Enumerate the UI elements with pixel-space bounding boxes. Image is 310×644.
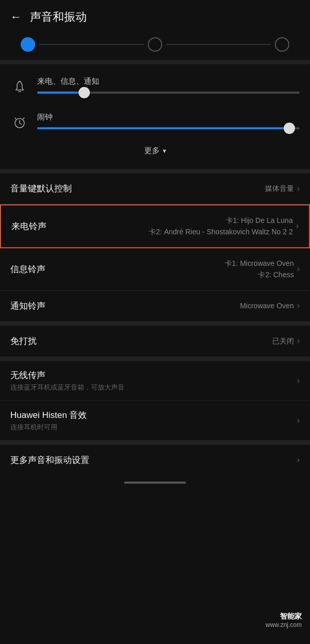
notification-tone-row[interactable]: 通知铃声 Microwave Oven › bbox=[0, 291, 310, 322]
volume-ringtone-label: 来电、信息、通知 bbox=[37, 77, 300, 86]
ringtone-right: 卡1: Hijo De La Luna 卡2: André Rieu - Sho… bbox=[149, 215, 299, 238]
more-sound-row[interactable]: 更多声音和振动设置 › bbox=[0, 445, 310, 475]
tab-divider-1 bbox=[39, 44, 144, 45]
ringtone-value-line2: 卡2: André Rieu - Shostakovich Waltz No 2… bbox=[149, 226, 293, 237]
volume-default-label: 音量键默认控制 bbox=[10, 183, 72, 194]
watermark-logo: 智能家 bbox=[266, 612, 302, 621]
volume-default-row[interactable]: 音量键默认控制 媒体音量 › bbox=[0, 173, 310, 204]
dnd-label: 免打扰 bbox=[10, 335, 37, 347]
slider-thumb-alarm[interactable] bbox=[284, 123, 295, 134]
ringtone-value-line1: 卡1: Hijo De La Luna bbox=[226, 215, 293, 226]
ringtone-value: 卡1: Hijo De La Luna 卡2: André Rieu - Sho… bbox=[149, 215, 293, 238]
message-tone-value: 卡1: Microwave Oven 卡2: Chess bbox=[225, 258, 294, 281]
chevron-right-icon-2: › bbox=[297, 264, 300, 274]
wireless-sound-title: 无线传声 bbox=[10, 369, 297, 381]
chevron-down-icon: ▾ bbox=[163, 147, 166, 155]
bottom-nav bbox=[0, 475, 310, 488]
tab-3[interactable] bbox=[275, 37, 289, 52]
svg-point-0 bbox=[19, 81, 20, 82]
histen-content: Huawei Histen 音效 连接耳机时可用 bbox=[10, 409, 297, 432]
tab-row bbox=[0, 32, 310, 60]
histen-row[interactable]: Huawei Histen 音效 连接耳机时可用 › bbox=[0, 401, 310, 441]
chevron-right-icon-more: › bbox=[297, 455, 300, 465]
wireless-sound-subtitle: 连接蓝牙耳机或蓝牙音箱，可放大声音 bbox=[10, 383, 297, 392]
wireless-sound-content: 无线传声 连接蓝牙耳机或蓝牙音箱，可放大声音 bbox=[10, 369, 297, 392]
histen-subtitle: 连接耳机时可用 bbox=[10, 423, 297, 432]
slider-fill-alarm bbox=[37, 127, 289, 129]
volume-default-right: 媒体音量 › bbox=[265, 183, 300, 194]
dnd-row[interactable]: 免打扰 已关闭 › bbox=[0, 326, 310, 357]
ringtone-label: 来电铃声 bbox=[11, 220, 47, 232]
chevron-right-icon-0: › bbox=[297, 184, 300, 193]
message-tone-row[interactable]: 信息铃声 卡1: Microwave Oven 卡2: Chess › bbox=[0, 248, 310, 291]
ringtone-row[interactable]: 来电铃声 卡1: Hijo De La Luna 卡2: André Rieu … bbox=[0, 204, 310, 248]
chevron-right-icon-1: › bbox=[296, 221, 299, 231]
volume-default-value: 媒体音量 bbox=[265, 183, 294, 194]
volume-alarm-label: 闹钟 bbox=[37, 112, 300, 122]
message-tone-label: 信息铃声 bbox=[10, 263, 45, 275]
volume-ringtone-slider[interactable] bbox=[37, 92, 300, 94]
message-tone-value-line1: 卡1: Microwave Oven bbox=[225, 258, 294, 269]
settings-section: 音量键默认控制 媒体音量 › 来电铃声 卡1: Hijo De La Luna … bbox=[0, 173, 310, 322]
volume-section: 来电、信息、通知 闹钟 更多 ▾ bbox=[0, 64, 310, 169]
chevron-right-icon-histen: › bbox=[297, 416, 300, 425]
more-button[interactable]: 更多 ▾ bbox=[0, 141, 310, 164]
notification-tone-right: Microwave Oven › bbox=[240, 301, 300, 311]
back-button[interactable]: ← bbox=[10, 10, 22, 24]
section-divider-2 bbox=[0, 169, 310, 173]
header: ← 声音和振动 bbox=[0, 0, 310, 32]
more-label: 更多 bbox=[144, 146, 160, 156]
nav-bar-indicator bbox=[124, 482, 186, 484]
chevron-right-icon-wireless: › bbox=[297, 376, 300, 385]
dnd-section: 免打扰 已关闭 › bbox=[0, 326, 310, 357]
tab-2[interactable] bbox=[148, 37, 162, 52]
tab-divider-2 bbox=[166, 44, 271, 45]
bell-icon bbox=[10, 78, 29, 96]
slider-thumb-ringtone[interactable] bbox=[79, 87, 90, 98]
section-divider-1 bbox=[0, 60, 310, 64]
volume-row-alarm: 闹钟 bbox=[0, 105, 310, 141]
message-tone-right: 卡1: Microwave Oven 卡2: Chess › bbox=[225, 258, 300, 281]
more-sound-label: 更多声音和振动设置 bbox=[10, 454, 89, 466]
section-divider-5 bbox=[0, 441, 310, 445]
section-divider-4 bbox=[0, 357, 310, 361]
volume-row-ringtone: 来电、信息、通知 bbox=[0, 69, 310, 105]
section-divider-3 bbox=[0, 322, 310, 326]
histen-title: Huawei Histen 音效 bbox=[10, 409, 297, 421]
page-title: 声音和振动 bbox=[30, 9, 87, 25]
volume-alarm-content: 闹钟 bbox=[37, 112, 300, 137]
wireless-section: 无线传声 连接蓝牙耳机或蓝牙音箱，可放大声音 › Huawei Histen 音… bbox=[0, 361, 310, 441]
clock-icon bbox=[10, 113, 29, 132]
watermark: 智能家 www.znj.com bbox=[266, 612, 302, 628]
wireless-sound-row[interactable]: 无线传声 连接蓝牙耳机或蓝牙音箱，可放大声音 › bbox=[0, 361, 310, 401]
message-tone-value-line2: 卡2: Chess bbox=[258, 269, 293, 280]
more-sound-section: 更多声音和振动设置 › bbox=[0, 445, 310, 475]
chevron-right-icon-dnd: › bbox=[297, 336, 300, 346]
dnd-value: 已关闭 bbox=[272, 336, 294, 347]
volume-ringtone-content: 来电、信息、通知 bbox=[37, 77, 300, 101]
tab-1[interactable] bbox=[21, 37, 35, 52]
chevron-right-icon-3: › bbox=[297, 301, 300, 310]
dnd-right: 已关闭 › bbox=[272, 336, 300, 347]
watermark-url: www.znj.com bbox=[266, 621, 302, 628]
slider-fill-ringtone bbox=[37, 92, 84, 94]
notification-tone-value: Microwave Oven bbox=[240, 301, 293, 311]
volume-alarm-slider[interactable] bbox=[37, 127, 300, 129]
notification-tone-label: 通知铃声 bbox=[10, 300, 45, 312]
